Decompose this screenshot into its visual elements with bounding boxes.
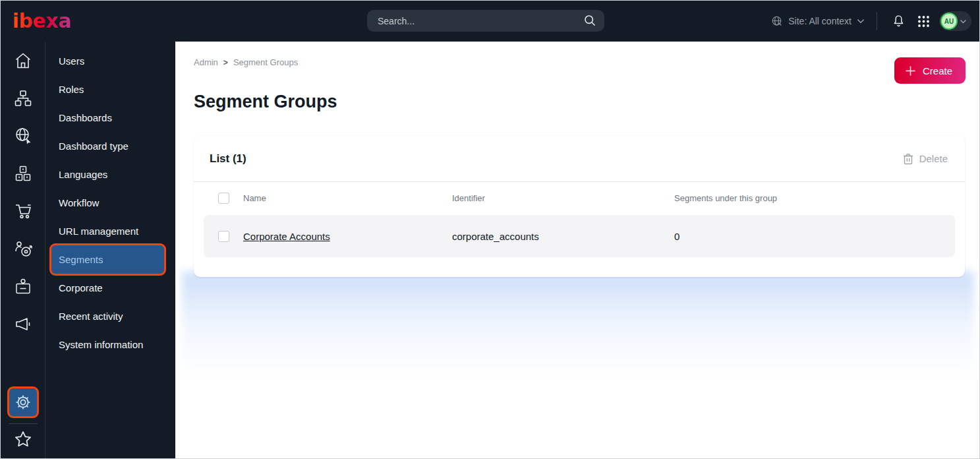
menu-item-languages[interactable]: Languages [45,160,175,189]
trash-icon [903,153,913,165]
menu-item-corporate[interactable]: Corporate [45,274,175,302]
chevron-down-icon [857,18,865,24]
rail-item-site[interactable] [13,126,33,146]
corporate-badge-icon [13,276,33,296]
topbar-right-cluster: Site: All context AU [771,1,971,42]
rail-item-dashboard[interactable] [13,51,33,71]
avatar: AU [940,13,958,30]
app-grid-icon [917,15,930,28]
menu-item-users[interactable]: Users [45,47,175,75]
row-name-link[interactable]: Corporate Accounts [243,231,452,242]
plus-icon [905,65,916,76]
site-context-label: Site: All context [788,16,851,26]
topbar-divider [877,12,877,30]
site-context-selector[interactable]: Site: All context [771,15,865,27]
main-content: Admin > Segment Groups Segment Groups Cr… [175,42,980,459]
notifications-bell-icon [892,14,906,28]
table-row: Corporate Accounts corporate_accounts 0 [204,215,955,257]
rail-divider [9,423,38,424]
column-header-name: Name [243,193,452,203]
search-icon[interactable] [583,14,596,27]
chevron-down-icon [960,19,967,24]
column-header-identifier: Identifier [452,193,674,203]
create-button[interactable]: Create [894,57,966,84]
page-title: Segment Groups [194,92,337,112]
personalization-target-icon [13,239,33,259]
admin-menu: Users Roles Dashboards Dashboard type La… [45,42,175,459]
breadcrumb: Admin > Segment Groups [194,57,298,67]
topbar: ibexa Site: All context [1,1,979,42]
bookmarks-star-icon [14,430,32,448]
app-switcher-button[interactable] [914,12,933,30]
notifications-button[interactable] [889,12,908,30]
card-glow [182,271,974,396]
rail-item-personalization[interactable] [13,239,33,259]
column-header-segments: Segments under this group [674,193,945,203]
row-segments-count: 0 [674,231,945,242]
breadcrumb-admin[interactable]: Admin [194,57,218,67]
site-context-globe-icon [771,15,783,27]
segment-groups-list-card: List (1) Delete Name Identifier Segments… [194,136,965,277]
search-input[interactable] [367,10,604,32]
rail-item-products[interactable] [13,164,33,183]
site-globe-icon [13,126,33,146]
list-card-header: List (1) Delete [194,136,965,182]
rail-item-activity[interactable] [13,314,33,334]
breadcrumb-current: Segment Groups [233,57,298,67]
activity-megaphone-icon [13,314,33,334]
create-button-label: Create [923,65,952,76]
menu-item-roles[interactable]: Roles [45,75,175,104]
user-menu[interactable]: AU [939,11,971,31]
rail-item-corporate[interactable] [13,276,33,296]
table-header-row: Name Identifier Segments under this grou… [204,182,955,214]
delete-button-label: Delete [919,153,948,164]
rail-item-content[interactable] [13,88,33,108]
settings-gear-icon [14,393,32,412]
content-structure-icon [13,88,33,108]
menu-item-dashboards[interactable]: Dashboards [45,104,175,132]
select-all-checkbox[interactable] [218,193,229,204]
commerce-cart-icon [13,201,33,221]
menu-item-workflow[interactable]: Workflow [45,189,175,217]
row-checkbox[interactable] [218,231,229,242]
rail-item-admin-active[interactable] [7,386,39,418]
global-search [367,10,604,32]
menu-item-url-management[interactable]: URL management [45,217,175,245]
home-icon [13,51,33,71]
rail-item-bookmarks[interactable] [13,429,33,449]
delete-button[interactable]: Delete [903,153,948,165]
list-title: List (1) [210,152,246,166]
menu-item-system-information[interactable]: System information [45,330,175,359]
row-identifier: corporate_accounts [452,231,674,242]
ibexa-logo[interactable]: ibexa [13,11,71,31]
icon-rail [1,42,45,459]
menu-item-dashboard-type[interactable]: Dashboard type [45,132,175,160]
products-boxes-icon [13,164,33,183]
rail-item-commerce[interactable] [13,201,33,221]
breadcrumb-separator: > [223,58,228,67]
menu-item-recent-activity[interactable]: Recent activity [45,302,175,330]
menu-item-segments[interactable]: Segments [49,243,166,276]
